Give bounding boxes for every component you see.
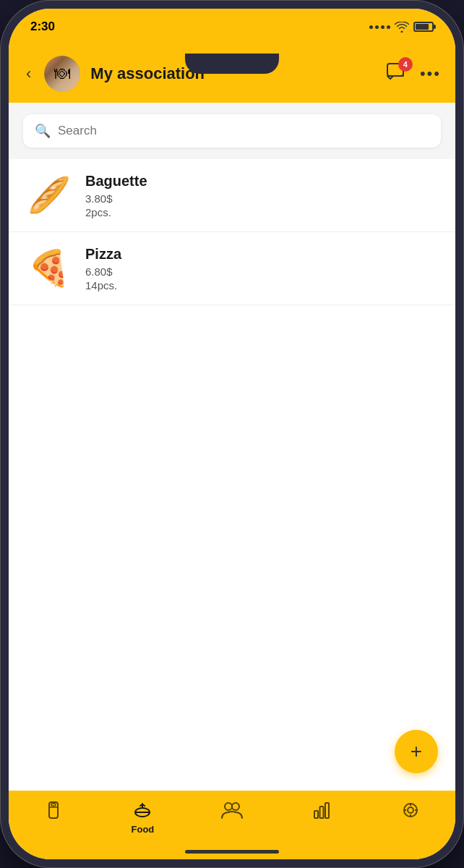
stats-icon: [312, 801, 331, 820]
food-info: Baguette 3.80$ 2pcs.: [85, 173, 438, 218]
home-indicator: [185, 850, 279, 854]
food-name: Pizza: [85, 246, 438, 263]
settings-icon: [401, 801, 420, 820]
header-actions: 4 •••: [387, 63, 441, 85]
wifi-icon: [395, 22, 409, 33]
search-container: 🔍: [9, 103, 455, 159]
status-time: 2:30: [30, 20, 55, 34]
search-icon: 🔍: [35, 123, 51, 139]
bottom-nav: Food: [9, 791, 455, 859]
phone-shell: 2:30: [0, 0, 464, 868]
svg-rect-2: [49, 802, 58, 818]
phone-screen: 2:30: [9, 9, 455, 859]
avatar-image: 🍽: [44, 56, 80, 92]
nav-item-food[interactable]: Food: [98, 798, 188, 835]
svg-point-14: [408, 807, 413, 813]
food-item[interactable]: 🍕 Pizza 6.80$ 14pcs.: [9, 232, 455, 305]
food-info: Pizza 6.80$ 14pcs.: [85, 246, 438, 292]
food-price: 3.80$: [85, 192, 438, 205]
food-price: 6.80$: [85, 265, 438, 278]
status-bar: 2:30: [9, 9, 455, 45]
signal-dots: [369, 25, 390, 29]
svg-point-9: [232, 803, 239, 810]
chat-badge: 4: [398, 57, 413, 72]
search-input[interactable]: [58, 124, 429, 138]
content-wrapper: 🥖 Baguette 3.80$ 2pcs. 🍕 Pizza 6.80$ 14p…: [9, 159, 455, 791]
svg-rect-10: [314, 811, 318, 818]
food-item[interactable]: 🥖 Baguette 3.80$ 2pcs.: [9, 159, 455, 232]
food-icon: [133, 801, 152, 821]
food-list: 🥖 Baguette 3.80$ 2pcs. 🍕 Pizza 6.80$ 14p…: [9, 159, 455, 791]
food-nav-label: Food: [132, 824, 155, 835]
status-icons: [369, 22, 434, 33]
notch: [185, 54, 279, 74]
food-qty: 14pcs.: [85, 279, 438, 292]
battery-icon: [413, 22, 434, 32]
svg-rect-12: [325, 803, 329, 818]
nav-item-people[interactable]: [187, 798, 277, 820]
more-button[interactable]: •••: [420, 64, 441, 83]
back-button[interactable]: ‹: [23, 61, 34, 86]
drink-icon: [44, 801, 63, 821]
svg-rect-4: [51, 804, 56, 806]
food-qty: 2pcs.: [85, 206, 438, 218]
svg-point-8: [225, 803, 232, 810]
food-emoji: 🥖: [26, 172, 72, 218]
nav-item-drinks[interactable]: [9, 798, 98, 821]
people-icon: [221, 801, 243, 820]
chat-button[interactable]: 4: [387, 63, 407, 85]
add-button[interactable]: +: [395, 730, 438, 773]
food-name: Baguette: [85, 173, 438, 190]
nav-item-settings[interactable]: [366, 798, 455, 820]
avatar: 🍽: [44, 56, 80, 92]
search-box: 🔍: [23, 114, 441, 148]
food-emoji: 🍕: [26, 245, 72, 292]
nav-item-stats[interactable]: [277, 798, 366, 820]
svg-rect-11: [319, 807, 323, 818]
